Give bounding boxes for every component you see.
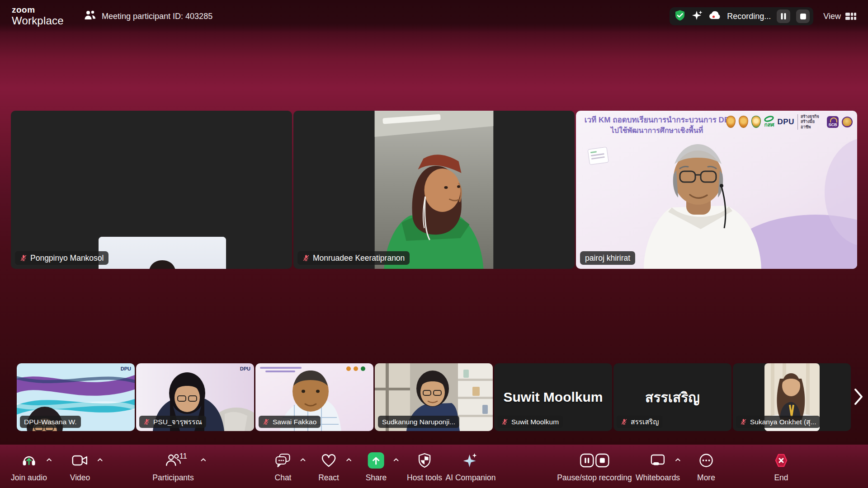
end-label: End: [774, 473, 788, 483]
banner-line-1: เวที KM ถอดบทเรียนการนำกระบวนการ DE: [582, 115, 731, 126]
participant-video: [375, 111, 494, 269]
share-button[interactable]: Share: [366, 445, 387, 488]
filmstrip-tile-sawai[interactable]: Sawai Fakkao: [255, 363, 373, 431]
meeting-toolbar: Join audio Video Participants 11 Chat Re…: [0, 445, 868, 488]
scb-logo: SCB: [827, 116, 839, 128]
pause-stop-recording-button[interactable]: Pause/stop recording: [557, 445, 632, 488]
logo-workplace-text: Workplace: [12, 15, 64, 26]
filmstrip-tile-dpu-wasana[interactable]: DPU DPU-Wasana W.: [17, 363, 135, 431]
recording-label: Recording...: [727, 12, 771, 21]
join-audio-caret-icon[interactable]: [46, 456, 52, 463]
chat-caret-icon[interactable]: [300, 456, 306, 463]
participant-name: pairoj khirirat: [585, 253, 630, 263]
video-tile-monruadee[interactable]: Monruadee Keeratipranon: [293, 111, 575, 269]
participant-name-pill: Pongpinyo Mankosol: [15, 251, 108, 265]
filmstrip-tile-sudkanung[interactable]: Sudkanung Naruponji...: [375, 363, 493, 431]
participants-icon: [84, 10, 96, 23]
filmstrip-tile-sanrasern[interactable]: สรรเสริญ สรรเสริญ: [613, 363, 731, 431]
participant-name: PSU_จารุพรรณ: [153, 416, 202, 427]
more-ellipsis-icon: [698, 452, 714, 469]
ai-companion-sparkle-icon: [462, 452, 479, 469]
host-tools-button[interactable]: Host tools: [407, 445, 442, 488]
ai-companion-status-icon[interactable]: [692, 10, 703, 23]
participant-name-pill: Sudkanung Naruponji...: [378, 416, 459, 428]
join-audio-button[interactable]: Join audio: [11, 445, 47, 488]
react-caret-icon[interactable]: [346, 456, 352, 463]
participant-name: Sawai Fakkao: [273, 418, 316, 426]
filmstrip-next-button[interactable]: [852, 387, 865, 408]
zoom-workplace-logo: zoom Workplace: [12, 5, 64, 26]
thai-emblem-logo-1: [726, 116, 736, 128]
participant-name-pill: DPU-Wasana W.: [20, 416, 81, 428]
end-meeting-button[interactable]: End: [774, 445, 789, 488]
video-tile-pairoj[interactable]: เวที KM ถอดบทเรียนการนำกระบวนการ DE ไปใช…: [576, 111, 857, 269]
chat-icon: [275, 452, 291, 469]
participant-name: Monruadee Keeratipranon: [313, 253, 405, 263]
share-label: Share: [366, 473, 387, 483]
filmstrip-tile-suwit[interactable]: Suwit Moolkum Suwit Moolkum: [494, 363, 612, 431]
top-bar: zoom Workplace Meeting participant ID: 4…: [0, 0, 868, 33]
participant-name-pill: Sawai Fakkao: [259, 416, 321, 428]
participant-name: Sudkanung Naruponji...: [382, 418, 455, 426]
pause-stop-recording-label: Pause/stop recording: [557, 473, 632, 483]
video-camera-icon: [72, 452, 88, 469]
video-button[interactable]: Video: [70, 445, 90, 488]
profile-photo: [99, 237, 226, 269]
participants-count-badge: 11: [179, 452, 187, 460]
participant-name-pill: PSU_จารุพรรณ: [139, 416, 206, 428]
participant-name: Sukanya Onkhet (สุ...: [750, 416, 816, 427]
heart-icon: [321, 452, 336, 469]
participant-name-pill: Suwit Moolkum: [497, 416, 563, 428]
whiteboards-caret-icon[interactable]: [675, 456, 681, 463]
filmstrip-tile-sukanya[interactable]: Sukanya Onkhet (สุ...: [733, 363, 851, 431]
whiteboards-label: Whiteboards: [636, 473, 680, 483]
muted-mic-icon: [20, 254, 27, 262]
muted-mic-icon: [263, 418, 269, 425]
more-button[interactable]: More: [697, 445, 715, 488]
view-label: View: [823, 12, 841, 21]
participant-name: สรรเสริญ: [631, 416, 659, 427]
video-tile-pongpinyo[interactable]: Pongpinyo Mankosol: [11, 111, 292, 269]
security-shield-icon[interactable]: [674, 9, 686, 23]
view-button[interactable]: View: [823, 12, 856, 21]
dpu-logo: DPU: [778, 117, 794, 127]
pause-stop-recording-icons: [580, 452, 609, 469]
react-label: React: [318, 473, 339, 483]
banner-line-2: ไปใช้พัฒนาการศึกษาเชิงพื้นที่: [582, 126, 731, 136]
topbar-right-controls: Recording... View: [670, 0, 856, 33]
react-button[interactable]: React: [318, 445, 339, 488]
participant-name: Suwit Moolkum: [511, 418, 559, 426]
sponsor-logo-row: กสศ DPU สร้างธุรกิจ สร้างมืออาชีพ SCB: [726, 114, 853, 130]
view-grid-icon: [845, 13, 856, 20]
muted-mic-icon: [302, 254, 310, 262]
participant-name-pill: Sukanya Onkhet (สุ...: [736, 416, 820, 428]
muted-mic-icon: [740, 418, 747, 425]
muted-mic-icon: [143, 418, 150, 425]
video-label: Video: [70, 473, 90, 483]
pause-recording-button[interactable]: [777, 9, 790, 23]
stop-recording-button[interactable]: [796, 9, 810, 23]
participant-name: DPU-Wasana W.: [24, 418, 77, 426]
whiteboard-icon: [650, 452, 665, 469]
host-tools-label: Host tools: [407, 473, 442, 483]
participants-button[interactable]: Participants 11: [152, 445, 193, 488]
host-tools-shield-icon: [418, 452, 431, 469]
headphones-icon: [21, 452, 37, 469]
thai-emblem-logo-2: [739, 116, 748, 128]
participant-name-pill: สรรเสริญ: [617, 416, 663, 428]
cloud-recording-icon: [709, 11, 721, 22]
dpu-watermark: DPU: [121, 366, 131, 371]
participant-name: Pongpinyo Mankosol: [30, 253, 104, 263]
video-caret-icon[interactable]: [97, 456, 103, 463]
meeting-id-label: Meeting participant ID: 403285: [102, 12, 212, 21]
participants-caret-icon[interactable]: [200, 456, 206, 463]
participants-label: Participants: [152, 473, 193, 483]
ksc-logo: กสศ: [764, 116, 774, 127]
filmstrip-tile-psu[interactable]: DPU PSU_จารุพรรณ: [136, 363, 254, 431]
share-caret-icon[interactable]: [393, 456, 399, 463]
logo-zoom-text: zoom: [12, 5, 64, 14]
participant-name-pill: Monruadee Keeratipranon: [297, 251, 410, 265]
whiteboards-button[interactable]: Whiteboards: [636, 445, 680, 488]
chat-button[interactable]: Chat: [275, 445, 292, 488]
ai-companion-button[interactable]: AI Companion: [446, 445, 496, 488]
